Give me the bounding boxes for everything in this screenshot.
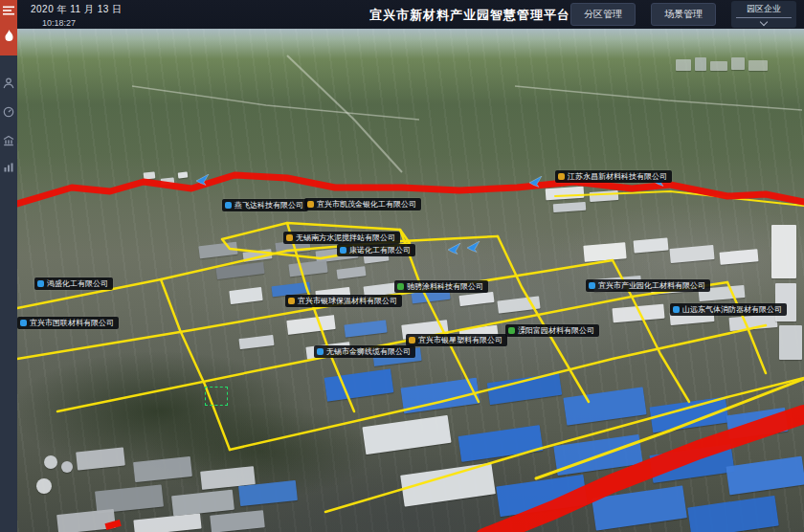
left-sidebar	[0, 0, 17, 532]
app-window: 2020 年 11 月 13 日 10:18:27 宜兴市新材料产业园智慧管理平…	[0, 0, 804, 532]
company-marker-icon	[317, 348, 324, 355]
company-label[interactable]: 山远东气体消防器材有限公司	[670, 303, 787, 316]
menu-icon[interactable]	[0, 2, 17, 19]
park-enterprise-dropdown-label: 园区企业	[736, 3, 792, 15]
company-label[interactable]: 溧阳富园材料有限公司	[505, 324, 599, 337]
bank-icon[interactable]	[0, 132, 17, 149]
date-text: 2020 年 11 月 13 日	[31, 3, 123, 16]
company-label[interactable]: 康诺化工有限公司	[337, 244, 415, 256]
company-label[interactable]: 宜兴市国联材料有限公司	[17, 317, 119, 329]
bar-chart-icon[interactable]	[0, 159, 17, 176]
company-marker-icon	[508, 327, 515, 334]
park-enterprise-dropdown[interactable]: 园区企业	[731, 1, 796, 28]
company-label[interactable]: 宜兴市银球保温材料有限公司	[285, 295, 402, 307]
company-marker-icon	[307, 201, 314, 208]
datetime-display: 2020 年 11 月 13 日 10:18:27	[31, 3, 123, 28]
company-label[interactable]: 鸿盛化工有限公司	[34, 277, 113, 290]
company-marker-icon	[286, 234, 293, 241]
company-label[interactable]: 宜兴市银星塑料有限公司	[406, 334, 507, 346]
company-marker-icon	[288, 298, 295, 304]
company-marker-icon	[397, 283, 404, 290]
time-text: 10:18:27	[42, 18, 123, 28]
company-label[interactable]: 宜兴市凯茂金银化工有限公司	[304, 198, 421, 211]
user-icon[interactable]	[0, 75, 17, 92]
zone-management-button[interactable]: 分区管理	[570, 3, 636, 26]
company-marker-icon	[673, 306, 680, 313]
company-marker-icon	[37, 280, 44, 287]
aircraft-marker[interactable]	[467, 239, 480, 251]
company-marker-icon	[340, 247, 346, 254]
company-label[interactable]: 无锡市金狮线缆有限公司	[314, 345, 415, 358]
chevron-down-icon	[760, 18, 768, 26]
fire-icon[interactable]	[0, 27, 17, 44]
selection-box	[205, 387, 228, 406]
company-label[interactable]: 宜兴市产业园化工材料有限公司	[586, 279, 710, 292]
company-label[interactable]: 燕飞达科技有限公司	[222, 199, 308, 211]
top-header-bar: 2020 年 11 月 13 日 10:18:27 宜兴市新材料产业园智慧管理平…	[17, 0, 804, 29]
aircraft-marker[interactable]	[196, 172, 210, 184]
company-marker-icon	[20, 320, 27, 326]
company-marker-icon	[225, 202, 232, 209]
company-marker-icon	[409, 337, 415, 344]
header-actions: 分区管理 场景管理 园区企业	[570, 0, 796, 29]
company-label[interactable]: 无锡南方水泥搅拌站有限公司	[283, 232, 400, 244]
aircraft-marker[interactable]	[529, 174, 543, 186]
company-label[interactable]: 江苏永昌新材料科技有限公司	[555, 170, 672, 183]
page-title: 宜兴市新材料产业园智慧管理平台	[369, 7, 570, 24]
company-label[interactable]: 驰骋涂料科技有限公司	[394, 280, 488, 293]
scene-management-button[interactable]: 场景管理	[651, 3, 716, 26]
aircraft-marker[interactable]	[448, 241, 461, 253]
gauge-icon[interactable]	[0, 103, 17, 121]
company-marker-icon	[558, 173, 565, 180]
map-3d-scene[interactable]: 燕飞达科技有限公司 宜兴市凯茂金银化工有限公司 无锡南方水泥搅拌站有限公司 江苏…	[17, 29, 804, 532]
company-marker-icon	[589, 282, 595, 289]
